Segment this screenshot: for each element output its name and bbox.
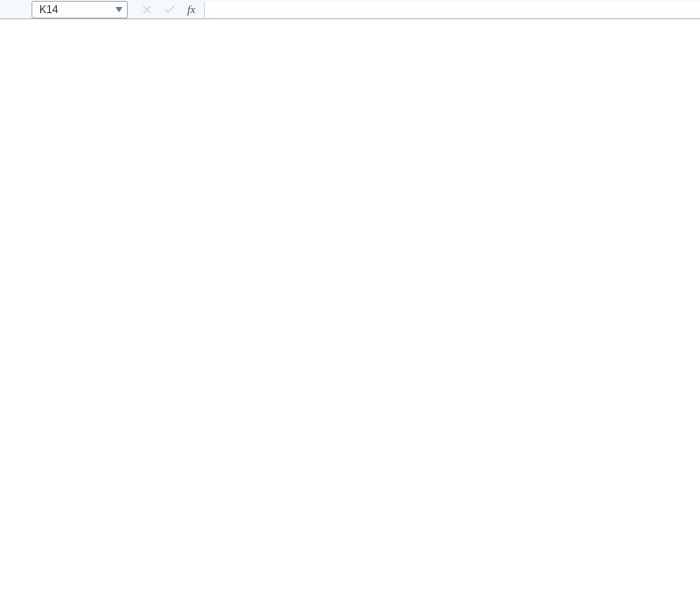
formula-accept-icon (161, 1, 178, 18)
name-box-value: K14 (39, 4, 58, 16)
name-box[interactable]: K14 (32, 1, 128, 18)
name-box-dropdown-icon[interactable] (113, 4, 125, 16)
fx-icon[interactable]: fx (184, 3, 199, 17)
formula-input[interactable] (204, 2, 700, 18)
formula-cancel-icon (138, 1, 156, 18)
formula-bar: K14 fx (0, 0, 700, 19)
